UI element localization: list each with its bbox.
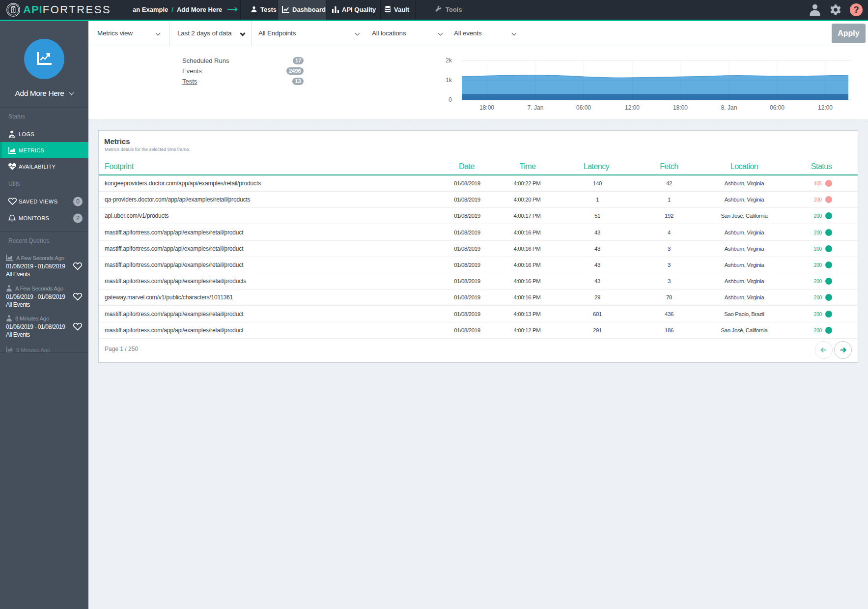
svg-text:12:00: 12:00 (818, 104, 833, 111)
svg-text:18:00: 18:00 (479, 104, 494, 111)
svg-text:06:00: 06:00 (770, 104, 784, 111)
svg-text:8. Jan: 8. Jan (721, 104, 737, 111)
svg-text:18:00: 18:00 (673, 104, 688, 111)
svg-text:2k: 2k (446, 57, 452, 64)
svg-text:06:00: 06:00 (576, 104, 591, 111)
svg-text:7. Jan: 7. Jan (528, 104, 544, 111)
svg-text:1k: 1k (446, 77, 452, 84)
svg-text:0: 0 (448, 96, 452, 103)
svg-text:12:00: 12:00 (625, 104, 640, 111)
